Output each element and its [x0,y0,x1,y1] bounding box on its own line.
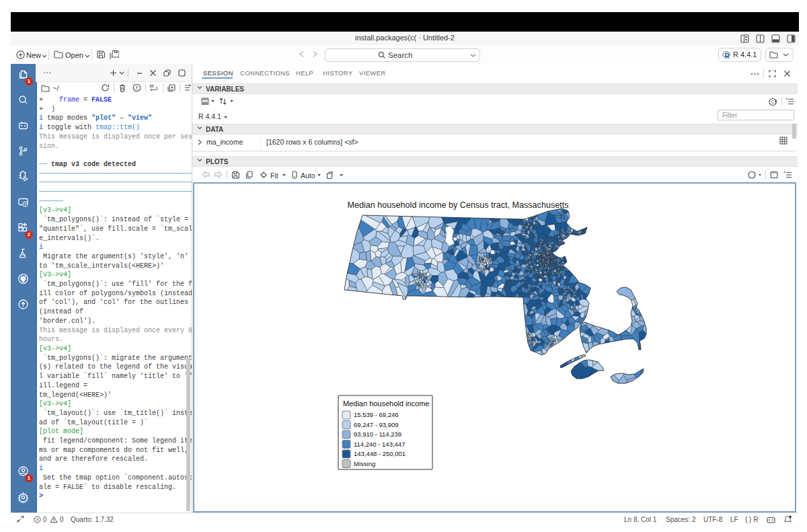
svg-text:69,247 - 93,909: 69,247 - 93,909 [354,421,399,428]
svg-text:Median household income by Cen: Median household income by Census tract,… [347,200,568,210]
svg-text:Missing: Missing [354,460,375,467]
svg-text:R: R [724,52,730,59]
svg-text:15,539 - 69,246: 15,539 - 69,246 [354,411,399,418]
svg-text:143,448 - 250,001: 143,448 - 250,001 [354,450,406,457]
svg-text:93,910 - 114,239: 93,910 - 114,239 [354,430,401,438]
svg-text:Median household income: Median household income [343,400,429,408]
svg-text:114,240 - 143,447: 114,240 - 143,447 [354,441,405,448]
svg-text:C: C [771,100,775,104]
svg-text:ab: ab [149,83,155,88]
